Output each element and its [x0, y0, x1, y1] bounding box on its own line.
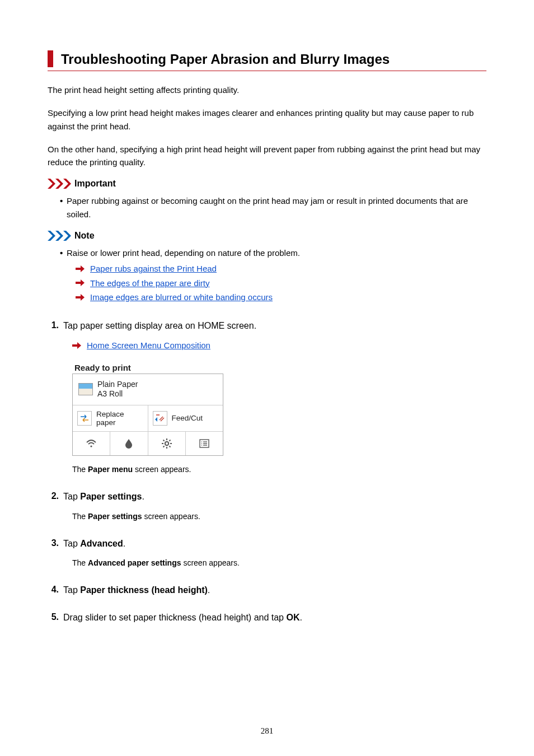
t: .	[123, 539, 125, 548]
svg-rect-12	[72, 344, 77, 347]
step-2: 2. Tap Paper settings.	[48, 491, 486, 503]
step-4-text: Tap Paper thickness (head height).	[63, 585, 210, 596]
feed-cut-icon	[153, 411, 167, 426]
t: Tap	[63, 539, 80, 548]
paper-setting-area: Plain Paper A3 Roll	[73, 374, 223, 405]
svg-marker-4	[55, 231, 63, 241]
note-label: Note	[74, 231, 95, 241]
svg-marker-3	[48, 231, 55, 241]
t: Drag slider to set paper thickness (head…	[63, 613, 286, 622]
t: Paper settings	[80, 492, 142, 501]
step-3-text: Tap Advanced.	[63, 538, 125, 550]
note-content: • Raise or lower print head, depending o…	[48, 246, 486, 305]
t: The	[72, 465, 88, 474]
svg-marker-11	[81, 294, 85, 301]
replace-label-1: Replace	[96, 410, 124, 418]
link-paper-rubs[interactable]: Paper rubs against the Print Head	[90, 262, 217, 276]
feed-cut-label: Feed/Cut	[172, 414, 203, 422]
arrow-right-icon	[72, 342, 81, 349]
t: Advanced paper settings	[88, 558, 181, 567]
job-list-icon	[185, 432, 223, 455]
printer-screen-illustration: Ready to print Plain Paper A3 Roll Repla…	[72, 363, 223, 456]
arrow-right-icon	[76, 294, 85, 301]
page-title: Troubleshooting Paper Abrasion and Blurr…	[61, 50, 390, 67]
svg-marker-0	[48, 179, 55, 189]
step-number: 1.	[48, 320, 63, 332]
t: The	[72, 512, 88, 521]
svg-marker-7	[81, 265, 85, 272]
important-bullet: • Paper rubbing against or becoming caug…	[60, 194, 486, 221]
step-number: 3.	[48, 538, 63, 550]
replace-paper-button: Replace paper	[73, 405, 148, 431]
step-3: 3. Tap Advanced.	[48, 538, 486, 550]
t: Tap	[63, 585, 80, 595]
step-1-link-row: Home Screen Menu Composition	[48, 338, 486, 353]
step-1-result: The Paper menu screen appears.	[48, 464, 486, 475]
t: screen appears.	[133, 465, 191, 474]
important-label: Important	[74, 179, 116, 189]
svg-point-16	[165, 442, 168, 445]
t: Tap	[63, 492, 80, 501]
screen-actions-row: Replace paper Feed/Cut	[73, 405, 223, 432]
ink-drop-icon	[110, 432, 147, 455]
note-heading: Note	[48, 231, 486, 241]
screen-status-text: Ready to print	[72, 363, 223, 374]
step-1-text: Tap paper setting display area on HOME s…	[63, 320, 256, 332]
bullet-dot-icon: •	[60, 246, 67, 259]
note-chevrons-icon	[48, 231, 71, 241]
t: screen appears.	[181, 558, 240, 567]
page-number: 281	[0, 726, 534, 736]
paper-roll-icon	[78, 383, 93, 395]
page-title-row: Troubleshooting Paper Abrasion and Blurr…	[48, 50, 486, 71]
note-bullet-text: Raise or lower print head, depending on …	[67, 246, 300, 259]
svg-rect-10	[76, 296, 81, 298]
intro-paragraph: Specifying a low print head height makes…	[48, 106, 486, 133]
important-chevrons-icon	[48, 179, 71, 189]
link-edges-dirty[interactable]: The edges of the paper are dirty	[90, 276, 209, 291]
note-link-row: Paper rubs against the Print Head	[60, 262, 486, 276]
important-bullet-text: Paper rubbing against or becoming caught…	[67, 194, 486, 221]
svg-marker-14	[155, 417, 157, 422]
important-heading: Important	[48, 179, 486, 189]
link-image-edges-blurred[interactable]: Image edges are blurred or white banding…	[90, 290, 273, 305]
step-5: 5. Drag slider to set paper thickness (h…	[48, 612, 486, 624]
t: Paper settings	[88, 512, 142, 521]
t: .	[208, 585, 210, 595]
replace-label-2: paper	[96, 418, 124, 427]
screen-bottom-row	[73, 432, 223, 455]
step-number: 2.	[48, 491, 63, 503]
t: Paper thickness (head height)	[80, 585, 208, 595]
svg-line-21	[163, 440, 164, 441]
t: The	[72, 558, 88, 567]
note-bullet: • Raise or lower print head, depending o…	[60, 246, 486, 259]
step-2-text: Tap Paper settings.	[63, 491, 144, 503]
step-number: 5.	[48, 612, 63, 624]
intro-paragraph: On the other hand, specifying a high pri…	[48, 143, 486, 169]
step-1: 1. Tap paper setting display area on HOM…	[48, 320, 486, 332]
t: .	[142, 492, 144, 501]
arrow-right-icon	[76, 265, 85, 272]
note-link-row: The edges of the paper are dirty	[60, 276, 486, 291]
step-5-text: Drag slider to set paper thickness (head…	[63, 612, 302, 624]
svg-marker-9	[81, 279, 85, 286]
important-content: • Paper rubbing against or becoming caug…	[48, 194, 486, 221]
paper-type: Plain Paper	[97, 380, 138, 390]
step-4: 4. Tap Paper thickness (head height).	[48, 585, 486, 596]
svg-marker-1	[55, 179, 63, 189]
link-home-screen-menu[interactable]: Home Screen Menu Composition	[87, 338, 210, 353]
feed-cut-button: Feed/Cut	[148, 405, 223, 431]
svg-line-22	[169, 446, 170, 447]
bullet-dot-icon: •	[60, 194, 67, 221]
step-3-result: The Advanced paper settings screen appea…	[48, 557, 486, 569]
step-number: 4.	[48, 585, 63, 596]
note-link-row: Image edges are blurred or white banding…	[60, 290, 486, 305]
title-accent-bar	[48, 50, 53, 67]
svg-marker-5	[63, 231, 71, 241]
wifi-icon	[73, 432, 110, 455]
paper-info: Plain Paper A3 Roll	[97, 380, 138, 399]
t: .	[299, 613, 302, 622]
t: OK	[286, 613, 299, 622]
svg-marker-13	[77, 342, 81, 349]
svg-marker-2	[63, 179, 71, 189]
t: screen appears.	[142, 512, 200, 521]
